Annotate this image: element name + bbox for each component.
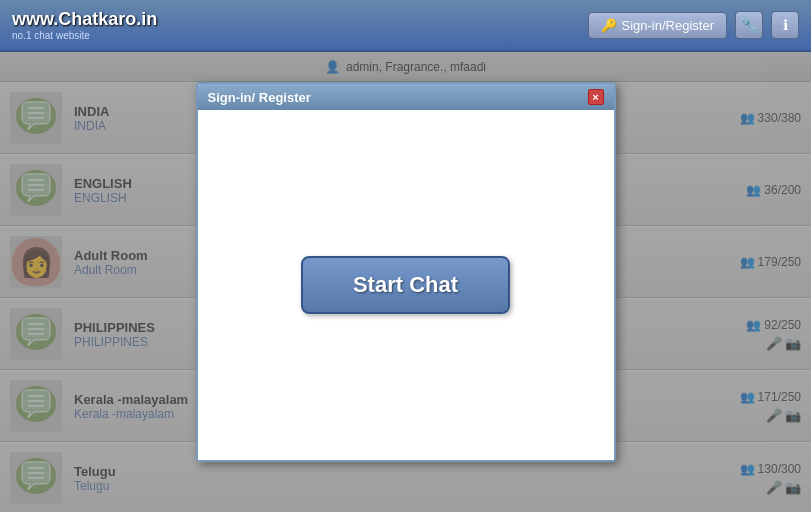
wrench-icon-button[interactable]: 🔧 [735, 11, 763, 39]
start-chat-button[interactable]: Start Chat [301, 256, 510, 314]
key-icon: 🔑 [601, 18, 617, 33]
wrench-icon: 🔧 [741, 17, 758, 33]
modal-body: Start Chat [198, 110, 614, 460]
signin-modal: Sign-in/ Register × Start Chat [196, 82, 616, 462]
logo-subtitle: no.1 chat website [12, 30, 157, 41]
header-right: 🔑 Sign-in/Register 🔧 ℹ [588, 11, 800, 39]
info-icon-button[interactable]: ℹ [771, 11, 799, 39]
signin-register-button[interactable]: 🔑 Sign-in/Register [588, 12, 728, 39]
logo-main: www.Chatkaro.in [12, 9, 157, 30]
modal-title: Sign-in/ Register [208, 90, 311, 105]
header: www.Chatkaro.in no.1 chat website 🔑 Sign… [0, 0, 811, 52]
modal-header: Sign-in/ Register × [198, 84, 614, 110]
logo-area: www.Chatkaro.in no.1 chat website [12, 9, 157, 41]
modal-overlay: Sign-in/ Register × Start Chat [0, 52, 811, 512]
signin-label: Sign-in/Register [622, 18, 715, 33]
info-icon: ℹ [783, 17, 788, 33]
main-content: 👤 admin, Fragrance., mfaadi INDIAINDIA👥 … [0, 52, 811, 512]
modal-close-button[interactable]: × [588, 89, 604, 105]
